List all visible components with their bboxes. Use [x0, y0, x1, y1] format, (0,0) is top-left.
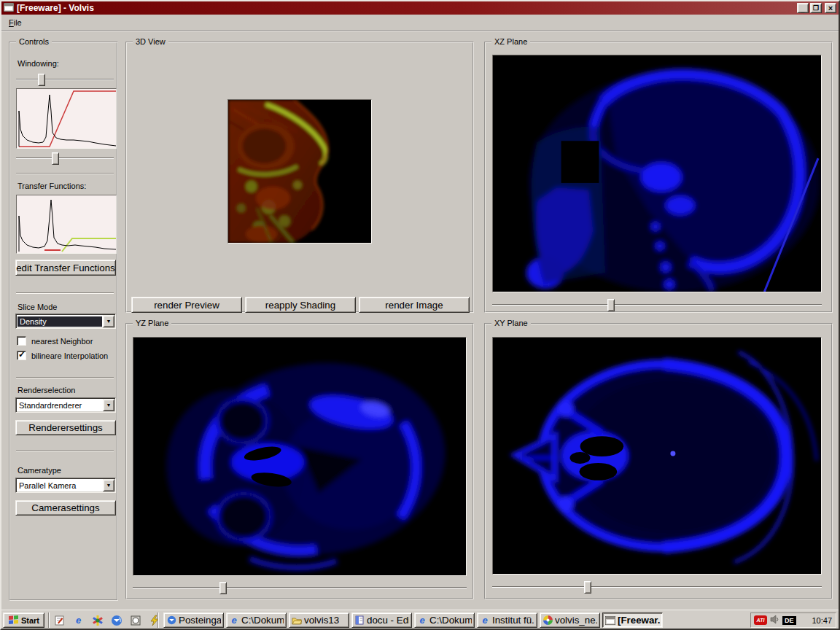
windowing-slider-upper[interactable] [16, 74, 114, 86]
task-button-freeware-volvis[interactable]: [Freewar... [602, 612, 663, 628]
bilinear-interpolation-checkbox[interactable]: ✓ [17, 351, 26, 360]
tray-clock[interactable]: 10:47 [812, 616, 832, 625]
slider-track [133, 587, 467, 588]
xy-plane-group-title: XY Plane [491, 319, 531, 327]
folder-icon [292, 615, 302, 625]
task-button-row: Posteinga... e C:\Dokum... volvis13 docu… [163, 612, 663, 628]
xz-plane-slider[interactable] [492, 299, 822, 311]
nearest-neighbor-option[interactable]: ✓ nearest Neighbor [17, 336, 93, 346]
yz-plane-slider[interactable] [133, 582, 467, 594]
bilinear-interpolation-label: bilineare Interpolation [31, 351, 108, 360]
app-window: [Freeware] - Volvis _ ❐ × File Controls … [0, 0, 840, 630]
divider [16, 173, 114, 174]
taskbar-separator[interactable] [158, 612, 159, 628]
quick-launch-bar: e [52, 613, 161, 627]
transfer-functions-histogram [16, 195, 117, 254]
slice-mode-label: Slice Mode [18, 303, 57, 311]
start-button[interactable]: Start [3, 612, 44, 628]
minimize-button[interactable]: _ [797, 3, 809, 13]
xz-plane-group: XZ Plane [484, 42, 833, 313]
controls-group-title: Controls [16, 37, 52, 46]
window-title: [Freeware] - Volvis [17, 3, 94, 13]
volvis-app-icon [542, 615, 553, 625]
camerasettings-button[interactable]: Camerasettings [15, 500, 116, 516]
start-button-label: Start [21, 616, 39, 625]
slider-thumb[interactable] [38, 74, 45, 86]
chevron-down-icon[interactable]: ▼ [103, 399, 114, 411]
render-image-button[interactable]: render Image [359, 297, 470, 313]
renderselection-value: Standardrenderer [16, 401, 103, 410]
system-tray: ATI DE 10:47 [750, 612, 836, 628]
task-button-volvis-ne[interactable]: volvis_ne... [540, 612, 600, 628]
cameratype-label: Cameratype [18, 466, 61, 475]
view3d-group-title: 3D View [133, 37, 168, 46]
divider [16, 450, 114, 451]
xy-plane-group: XY Plane [484, 323, 833, 599]
task-button-dokum-2[interactable]: e C:\Dokum... [414, 612, 475, 628]
windowing-slider-lower[interactable] [16, 152, 114, 165]
cameratype-select[interactable]: Parallel Kamera ▼ [15, 478, 116, 493]
internet-explorer-icon: e [229, 615, 239, 625]
restore-button[interactable]: ❐ [810, 3, 822, 13]
task-button-docu-editor[interactable]: docu - Editor [351, 612, 412, 628]
transfer-functions-label: Transfer Functions: [18, 182, 86, 190]
slider-thumb[interactable] [219, 582, 227, 594]
show-desktop-icon[interactable] [52, 613, 66, 627]
windows-flag-icon [8, 615, 19, 626]
outlook-express-icon[interactable] [109, 613, 123, 627]
task-button-dokum-1[interactable]: e C:\Dokum... [226, 612, 287, 628]
render-preview-button[interactable]: render Preview [131, 297, 242, 313]
divider [16, 377, 114, 378]
xy-plane-slider[interactable] [492, 581, 822, 594]
slider-thumb[interactable] [52, 152, 59, 165]
outlook-express-icon [166, 615, 176, 625]
task-button-institut[interactable]: e Institut fü... [477, 612, 537, 628]
view3d-render-image[interactable] [228, 99, 372, 244]
menu-file[interactable]: File [4, 17, 26, 28]
taskbar-separator[interactable] [48, 612, 50, 628]
volume-icon[interactable] [770, 615, 779, 626]
xz-plane-image[interactable] [492, 55, 822, 292]
news-reader-icon[interactable] [90, 613, 104, 627]
slider-track [16, 79, 114, 80]
nearest-neighbor-checkbox[interactable]: ✓ [17, 336, 26, 346]
yz-plane-image[interactable] [133, 337, 467, 576]
renderselection-label: Renderselection [18, 386, 76, 394]
taskbar: Start e Posteinga... [1, 610, 839, 629]
internet-explorer-icon: e [417, 615, 427, 625]
slider-track [492, 304, 822, 306]
ati-tray-icon[interactable]: ATI [754, 615, 767, 625]
chevron-down-icon[interactable]: ▼ [103, 479, 114, 491]
edit-transfer-functions-button[interactable]: edit Transfer Functions [15, 260, 116, 276]
task-button-posteingang[interactable]: Posteinga... [163, 612, 224, 628]
windowing-histogram-curve [19, 95, 116, 147]
client-area: Controls Windowing: Transfer Functions: [1, 33, 839, 610]
task-button-volvis13[interactable]: volvis13 [289, 612, 349, 628]
window-icon [605, 615, 615, 625]
menu-bar: File [1, 15, 839, 31]
xy-plane-image[interactable] [492, 337, 822, 575]
viewer-icon[interactable] [128, 613, 142, 627]
controls-group: Controls Windowing: Transfer Functions: [9, 42, 118, 601]
close-button[interactable]: × [825, 3, 836, 13]
renderselection-select[interactable]: Standardrenderer ▼ [15, 397, 116, 413]
slice-mode-select[interactable]: Density ▼ [15, 314, 116, 329]
divider [16, 292, 114, 294]
xz-plane-group-title: XZ Plane [491, 37, 530, 46]
slider-track [16, 158, 114, 159]
slider-thumb[interactable] [584, 581, 591, 594]
renderersettings-button[interactable]: Renderersettings [15, 420, 116, 435]
yz-plane-group-title: YZ Plane [133, 319, 171, 327]
nearest-neighbor-label: nearest Neighbor [31, 337, 93, 346]
keyboard-layout-indicator[interactable]: DE [782, 616, 796, 625]
bilinear-interpolation-option[interactable]: ✓ bilineare Interpolation [17, 351, 108, 360]
windowing-ramp-line [19, 91, 116, 147]
slider-thumb[interactable] [607, 299, 615, 311]
slice-mode-value: Density [18, 316, 102, 327]
reapply-shading-button[interactable]: reapply Shading [245, 297, 356, 313]
notepad-icon [354, 615, 365, 625]
lightning-icon[interactable] [147, 613, 161, 627]
chevron-down-icon[interactable]: ▼ [103, 315, 114, 327]
windowing-label: Windowing: [18, 59, 59, 68]
internet-explorer-icon[interactable]: e [71, 613, 85, 627]
